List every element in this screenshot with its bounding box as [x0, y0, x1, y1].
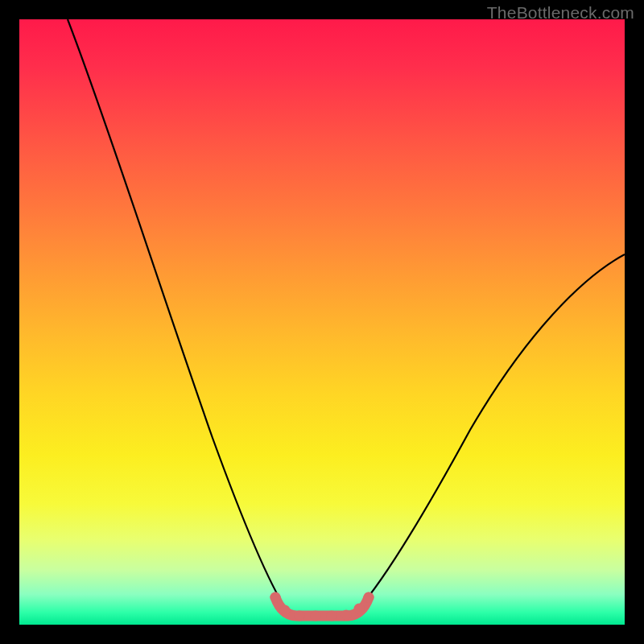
chart-frame: TheBottleneck.com — [0, 0, 644, 644]
svg-point-4 — [327, 611, 337, 621]
svg-point-7 — [364, 592, 374, 603]
left-curve — [68, 19, 287, 610]
plot-area — [19, 19, 625, 625]
right-curve — [357, 254, 625, 610]
bottleneck-curves — [19, 19, 625, 625]
svg-point-0 — [270, 592, 281, 603]
svg-point-5 — [341, 610, 352, 621]
svg-point-3 — [311, 611, 321, 621]
svg-point-2 — [295, 611, 305, 621]
watermark-text: TheBottleneck.com — [487, 3, 634, 23]
svg-point-1 — [280, 605, 291, 616]
svg-point-6 — [354, 604, 365, 614]
